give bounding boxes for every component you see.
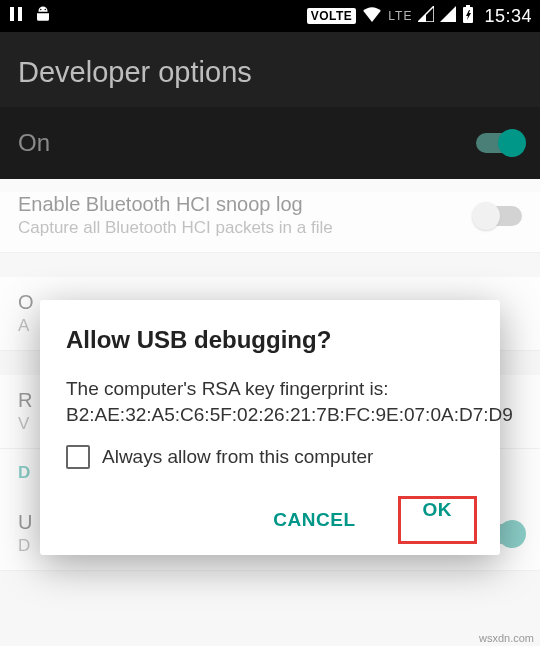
svg-rect-0 [10, 7, 14, 21]
lte-label: LTE [388, 9, 412, 23]
status-bar: VOLTE LTE 15:34 [0, 0, 540, 32]
android-icon [34, 5, 52, 28]
watermark: wsxdn.com [479, 632, 534, 644]
svg-point-2 [40, 8, 42, 10]
developer-options-master[interactable]: On [0, 107, 540, 179]
master-switch[interactable] [476, 133, 522, 153]
svg-point-3 [45, 8, 47, 10]
signal-icon [418, 6, 434, 27]
dialog-body: The computer's RSA key fingerprint is: B… [66, 376, 474, 427]
usb-debugging-dialog: Allow USB debugging? The computer's RSA … [40, 300, 500, 555]
cancel-button[interactable]: CANCEL [259, 499, 369, 541]
pause-icon [8, 6, 24, 27]
checkbox-icon[interactable] [66, 445, 90, 469]
always-allow-row[interactable]: Always allow from this computer [66, 445, 474, 469]
ok-highlight: OK [398, 496, 478, 544]
clock: 15:34 [484, 6, 532, 27]
checkbox-label: Always allow from this computer [102, 446, 373, 468]
wifi-icon [362, 6, 382, 27]
signal-icon-2 [440, 6, 456, 27]
page-title: Developer options [0, 32, 540, 107]
volte-badge: VOLTE [307, 8, 357, 24]
svg-rect-1 [18, 7, 22, 21]
battery-charging-icon [462, 5, 474, 28]
master-label: On [18, 129, 50, 157]
svg-rect-5 [466, 5, 470, 7]
dialog-title: Allow USB debugging? [66, 326, 474, 354]
ok-button[interactable]: OK [401, 489, 475, 530]
